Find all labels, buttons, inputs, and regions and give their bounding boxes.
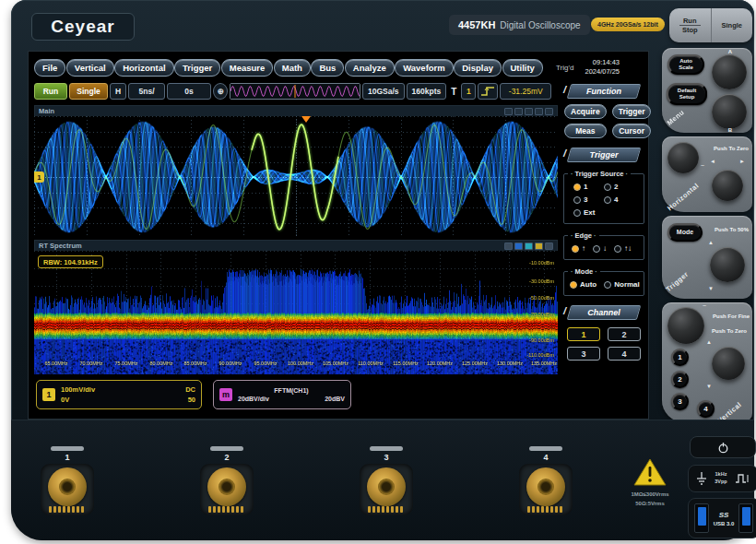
channel1-coupling: DC [185,385,195,394]
menu-measure[interactable]: Measure [221,59,274,77]
channel1-status[interactable]: 1 100mV/div DC 0V 50 [36,380,202,409]
channel-4-button[interactable]: 4 [608,347,641,361]
menu-trigger[interactable]: Trigger [174,59,220,77]
channel1-badge: 1 [42,388,55,401]
bnc2-label: 2 [224,453,229,462]
bnc4-connector [519,464,573,515]
default-setup-button[interactable]: Default Setup [667,83,707,105]
panel-icon[interactable] [545,108,553,115]
panel-icon[interactable] [525,242,533,250]
menu-waveform[interactable]: Waveform [395,59,454,77]
trigger-slope-icon[interactable] [478,83,498,100]
channel-1-button[interactable]: 1 [567,327,600,341]
waveform-preview[interactable] [230,83,360,100]
trigger-source-2[interactable]: 2 [604,183,634,191]
trigger-button[interactable]: Trigger [612,104,652,119]
usb-port-1[interactable] [694,503,709,533]
freq-label: 95.00MHz [254,361,277,366]
acquire-button[interactable]: Acquire [564,104,607,119]
panel-icon[interactable] [504,242,513,250]
horizontal-position-knob[interactable] [712,170,743,201]
oscilloscope-device: Ceyear 4457KH Digital Oscilloscope 4GHz … [0,0,756,544]
horizontal-button[interactable]: H [110,83,126,100]
bnc-channel-2: 2 [196,446,257,515]
sample-rate-value[interactable]: 10GSa/s [362,83,405,100]
trigger-level-knob[interactable] [710,247,745,282]
rbw-readout: RBW: 104.91kHz [38,255,103,268]
hw-single-button[interactable]: Single [712,8,753,42]
vertical-scale-knob[interactable] [667,307,704,344]
vertical-push-zero-label: Push To Zero [712,328,747,334]
memory-depth-value[interactable]: 160kpts [407,83,447,100]
menu-horizontal[interactable]: Horizontal [114,59,173,77]
bnc1-connector [41,464,94,515]
menu-analyze[interactable]: Analyze [345,59,395,77]
menu-bar: File Vertical Horizontal Trigger Measure… [34,56,644,78]
menu-vertical[interactable]: Vertical [66,59,114,77]
horizontal-hw-panel: ~ Push To Zero ◄ ► Horizontal [662,136,752,212]
channel-3-button[interactable]: 3 [567,347,600,361]
run-button[interactable]: Run [34,83,67,100]
horizontal-position-value[interactable]: 0s [167,83,211,100]
mode-auto[interactable]: Auto [570,280,597,289]
channel-2-button[interactable]: 2 [608,327,641,341]
channel1-led [51,446,84,451]
trigger-position-marker[interactable] [301,116,311,123]
single-button[interactable]: Single [69,83,108,100]
horizontal-scale-knob[interactable] [667,142,699,173]
trigger-section-header: /Trigger [569,148,639,162]
panel-icon[interactable] [525,108,533,115]
menu-display[interactable]: Display [454,59,502,77]
main-waveform-view: Main 1 [34,105,558,238]
vertical-ch4-key[interactable]: 4 [697,400,715,418]
panel-icon[interactable] [514,242,523,250]
panel-icon[interactable] [545,242,553,250]
edge-either[interactable]: ↑↓ [614,244,632,253]
main-waveform-display[interactable] [34,116,558,238]
usb-port-2[interactable] [738,503,753,533]
menu-file[interactable]: File [34,59,65,77]
channel1-level-marker[interactable]: 1 [34,171,44,183]
vertical-ch1-key[interactable]: 1 [671,349,689,366]
vertical-offset-knob[interactable] [712,347,745,380]
panel-icon[interactable] [535,242,543,250]
edge-falling[interactable]: ↓ [593,244,607,253]
meas-button[interactable]: Meas [564,124,607,138]
edge-rising[interactable]: ↑ [572,244,585,253]
trigger-source-4[interactable]: 4 [604,195,634,204]
trigger-level-value[interactable]: -31.25mV [500,83,551,100]
zoom-icon[interactable]: ⊕ [213,83,228,100]
trigger-source-1[interactable]: 1 [573,183,604,191]
square-wave-icon [735,472,750,485]
usb3-label: USB 3.0 [714,521,735,526]
freq-label: 105.00MHz [323,361,348,366]
menu-utility[interactable]: Utility [502,59,543,77]
trigger-hw-panel: Mode Push To 50% ▲ ▼ Trigger [662,216,752,299]
menu-math[interactable]: Math [274,59,311,77]
power-button[interactable] [690,436,756,458]
freq-label: 130.00MHz [497,361,523,366]
trigger-source-value[interactable]: 1 [461,83,476,100]
freq-label: 65.00MHz [44,361,67,366]
mode-normal[interactable]: Normal [604,280,640,289]
menu-bus[interactable]: Bus [311,59,344,77]
menu-knob-b[interactable] [712,94,747,129]
vertical-ch3-key[interactable]: 3 [671,393,689,410]
trigger-source-3[interactable]: 3 [573,195,604,204]
toolbar: Run Single H 5ns/ 0s ⊕ 10GSa/s 160kpts T… [34,81,556,101]
auto-scale-button[interactable]: Auto Scale [667,54,704,75]
panel-icon[interactable] [514,108,523,115]
trigger-mode-button[interactable]: Mode [667,223,703,242]
math-status[interactable]: m FFTM(CH1) 20dBV/div 20dBV [213,380,351,409]
spectrum-display[interactable] [34,251,558,374]
cursor-button[interactable]: Cursor [612,124,652,138]
trigger-t-label: T [448,83,459,100]
vertical-ch2-key[interactable]: 2 [671,371,689,388]
timebase-value[interactable]: 5ns/ [128,83,165,100]
warning-triangle-icon [632,457,667,488]
menu-knob-a[interactable] [712,54,747,89]
hw-runstop-button[interactable]: RunStop [669,8,712,42]
panel-icon[interactable] [535,108,543,115]
trigger-source-ext[interactable]: Ext [573,208,604,217]
panel-icon[interactable] [504,108,513,115]
